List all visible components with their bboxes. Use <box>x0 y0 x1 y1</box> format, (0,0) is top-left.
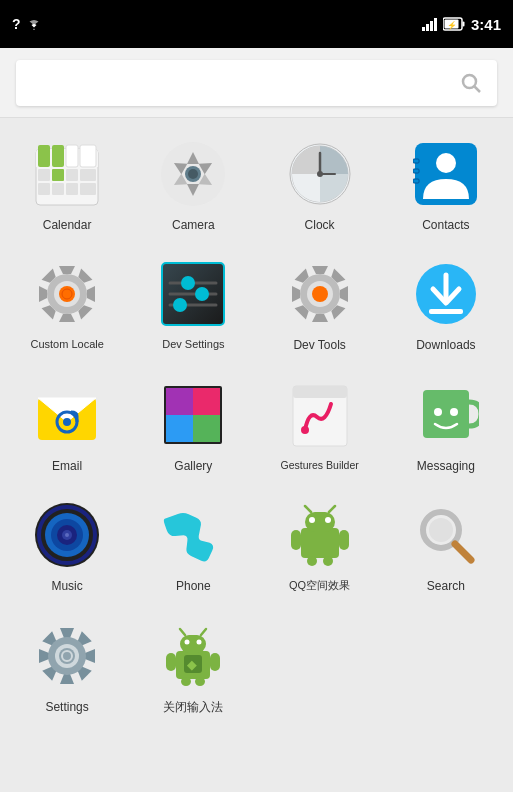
svg-point-62 <box>301 426 309 434</box>
app-item-gestures-builder[interactable]: Gestures Builder <box>257 367 383 487</box>
app-item-music[interactable]: Music <box>4 487 130 607</box>
svg-point-23 <box>188 169 198 179</box>
app-label-calendar: Calendar <box>43 218 92 232</box>
svg-rect-79 <box>291 530 301 550</box>
svg-point-52 <box>63 418 71 426</box>
svg-point-45 <box>173 298 187 312</box>
svg-text:⚡: ⚡ <box>447 20 457 30</box>
svg-rect-20 <box>80 183 96 195</box>
svg-rect-74 <box>305 512 335 532</box>
svg-rect-14 <box>52 169 64 181</box>
app-label-gallery: Gallery <box>174 459 212 473</box>
svg-point-48 <box>312 286 328 302</box>
app-icon-music <box>31 499 103 571</box>
svg-point-64 <box>434 408 442 416</box>
app-item-qq[interactable]: QQ空间效果 <box>257 487 383 607</box>
app-icon-email <box>31 379 103 451</box>
app-icon-search <box>410 499 482 571</box>
app-item-messaging[interactable]: Messaging <box>383 367 509 487</box>
app-label-search: Search <box>427 579 465 593</box>
svg-point-30 <box>436 153 456 173</box>
svg-line-85 <box>455 544 471 560</box>
svg-rect-15 <box>66 169 78 181</box>
svg-rect-31 <box>413 159 419 163</box>
app-item-calendar[interactable]: Calendar <box>4 126 130 246</box>
svg-line-5 <box>475 86 481 92</box>
question-icon: ? <box>12 16 21 32</box>
app-label-custom-locale: Custom Locale <box>30 338 103 351</box>
svg-point-76 <box>325 517 331 523</box>
svg-rect-11 <box>66 145 78 167</box>
app-item-phone[interactable]: Phone <box>130 487 256 607</box>
app-icon-gestures-builder <box>284 379 356 451</box>
svg-rect-32 <box>413 169 419 173</box>
app-item-settings[interactable]: Settings <box>4 608 130 728</box>
app-item-contacts[interactable]: Contacts <box>383 126 509 246</box>
app-item-close-input[interactable]: ◆ 关闭输入法 <box>130 608 256 728</box>
svg-rect-50 <box>429 309 463 314</box>
app-label-clock: Clock <box>305 218 335 232</box>
app-icon-close-input: ◆ <box>157 620 229 692</box>
app-item-clock[interactable]: Clock <box>257 126 383 246</box>
svg-rect-1 <box>462 22 464 27</box>
app-icon-settings <box>31 620 103 692</box>
svg-rect-82 <box>323 556 333 566</box>
svg-rect-98 <box>181 677 191 686</box>
svg-rect-96 <box>166 653 176 671</box>
app-item-email[interactable]: Email <box>4 367 130 487</box>
app-label-phone: Phone <box>176 579 211 593</box>
svg-rect-99 <box>195 677 205 686</box>
app-icon-messaging <box>410 379 482 451</box>
svg-rect-13 <box>38 169 50 181</box>
battery-icon: ⚡ <box>443 17 465 31</box>
search-bar <box>0 48 513 118</box>
svg-point-75 <box>309 517 315 523</box>
svg-rect-91 <box>180 635 206 653</box>
svg-point-84 <box>429 518 453 542</box>
app-item-dev-settings[interactable]: Dev Settings <box>130 246 256 366</box>
status-bar: ? ⚡ 3:41 <box>0 0 513 48</box>
wifi-icon <box>25 17 43 31</box>
app-item-gallery[interactable]: Gallery <box>130 367 256 487</box>
status-time: 3:41 <box>471 16 501 33</box>
app-grid-container: Calendar <box>0 118 513 792</box>
search-icon <box>459 71 483 95</box>
app-label-dev-settings: Dev Settings <box>162 338 224 351</box>
svg-point-43 <box>195 287 209 301</box>
search-input[interactable] <box>16 60 497 106</box>
app-item-dev-tools[interactable]: Dev Tools <box>257 246 383 366</box>
svg-rect-33 <box>413 179 419 183</box>
svg-point-65 <box>450 408 458 416</box>
app-icon-downloads <box>410 258 482 330</box>
app-label-messaging: Messaging <box>417 459 475 473</box>
app-icon-dev-settings <box>157 258 229 330</box>
svg-rect-18 <box>52 183 64 195</box>
svg-point-92 <box>185 639 190 644</box>
app-label-qq: QQ空间效果 <box>289 579 350 592</box>
app-label-contacts: Contacts <box>422 218 469 232</box>
svg-rect-63 <box>423 390 469 438</box>
app-icon-camera <box>157 138 229 210</box>
app-item-custom-locale[interactable]: Custom Locale <box>4 246 130 366</box>
svg-rect-80 <box>339 530 349 550</box>
svg-line-77 <box>305 506 311 512</box>
svg-rect-61 <box>293 386 347 398</box>
svg-rect-59 <box>166 388 220 442</box>
svg-rect-10 <box>52 145 64 167</box>
app-label-gestures-builder: Gestures Builder <box>281 459 359 472</box>
svg-rect-16 <box>80 169 96 181</box>
svg-rect-9 <box>38 145 50 167</box>
svg-line-95 <box>201 629 206 635</box>
svg-line-78 <box>329 506 335 512</box>
app-icon-gallery <box>157 379 229 451</box>
app-icon-custom-locale <box>31 258 103 330</box>
svg-rect-12 <box>80 145 96 167</box>
app-label-camera: Camera <box>172 218 215 232</box>
app-label-close-input: 关闭输入法 <box>163 700 223 714</box>
svg-point-41 <box>181 276 195 290</box>
app-item-search[interactable]: Search <box>383 487 509 607</box>
svg-rect-97 <box>210 653 220 671</box>
app-item-downloads[interactable]: Downloads <box>383 246 509 366</box>
app-item-camera[interactable]: Camera <box>130 126 256 246</box>
app-icon-clock <box>284 138 356 210</box>
